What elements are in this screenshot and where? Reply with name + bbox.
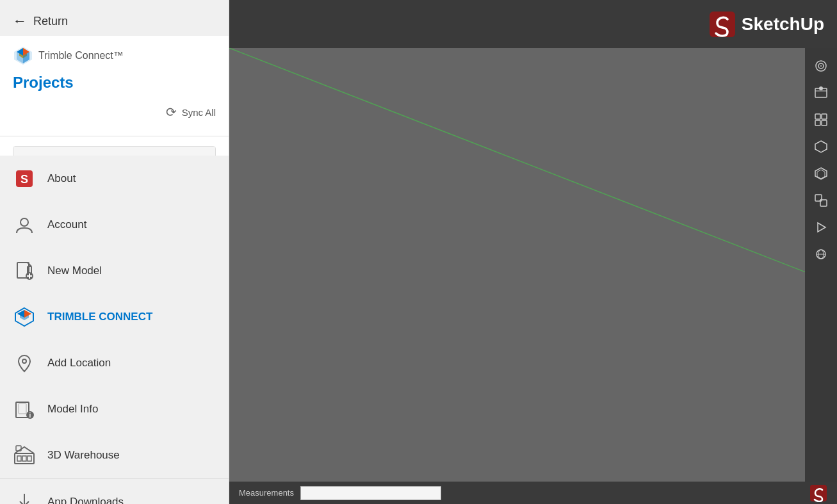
warehouse-icon [13,444,36,467]
account-label: Account [47,218,86,231]
tc-title: Projects [13,74,216,92]
download-icon [13,491,36,504]
sidebar-item-model-info[interactable]: i Model Info [0,386,229,432]
svg-point-50 [819,86,823,90]
svg-rect-65 [810,485,827,501]
right-toolbar [805,48,837,482]
svg-rect-44 [710,12,735,37]
return-button[interactable]: ← Return [0,0,229,36]
svg-marker-55 [815,141,827,152]
project-card-area: SketchUp [0,136,229,156]
viewport-grid [229,48,837,444]
sidebar-nav: S About Account [0,156,229,478]
sidebar-item-add-location[interactable]: Add Location [0,340,229,386]
app-downloads-label: App Downloads [47,496,124,504]
about-label: About [47,172,76,185]
account-icon [13,213,36,236]
tc-logo: Trimble Connect™ [13,45,216,66]
svg-line-45 [229,48,805,272]
back-arrow-icon: ← [13,13,27,29]
sync-all-button[interactable]: ⟳ Sync All [13,101,216,123]
sidebar-item-trimble-connect[interactable]: TRIMBLE CONNECT [0,294,229,340]
svg-point-48 [820,65,822,67]
svg-point-30 [22,359,26,363]
add-location-icon [13,352,36,375]
sidebar-item-new-model[interactable]: New Model [0,248,229,294]
sketchup-badge-icon [809,484,827,502]
toolbar-button-5[interactable] [808,161,834,186]
toolbar-button-3[interactable] [808,107,834,133]
svg-rect-32 [19,403,26,414]
sidebar: ← Return Trimble Connect™ Projects ⟳ Syn… [0,0,229,504]
toolbar-button-8[interactable] [808,241,834,267]
svg-text:i: i [29,412,31,419]
measurements-label: Measurements [239,488,294,498]
svg-text:S: S [20,173,28,186]
sync-all-label: Sync All [182,107,216,118]
trimble-connect-panel: Trimble Connect™ Projects ⟳ Sync All [0,36,229,136]
model-info-label: Model Info [47,403,98,416]
svg-rect-51 [815,114,820,119]
add-location-label: Add Location [47,357,111,370]
svg-point-19 [20,218,28,226]
about-icon: S [13,167,36,190]
svg-rect-53 [815,120,820,126]
sidebar-item-3d-warehouse[interactable]: 3D Warehouse [0,432,229,478]
viewport-area: SketchUp [229,0,837,504]
svg-rect-54 [822,120,827,126]
measurements-input[interactable] [300,486,441,500]
sketchup-logo: SketchUp [708,10,824,38]
model-info-icon: i [13,398,36,421]
sidebar-item-app-downloads[interactable]: App Downloads [0,479,229,504]
trimble-connect-icon [13,305,36,329]
toolbar-button-4[interactable] [808,134,834,159]
new-model-icon [13,259,36,282]
trimble-connect-label: TRIMBLE CONNECT [47,311,152,323]
sidebar-item-about[interactable]: S About [0,156,229,202]
sidebar-bottom: App Downloads [0,478,229,504]
svg-rect-38 [28,456,31,461]
sketchup-logo-icon [708,10,736,38]
svg-rect-37 [22,456,26,461]
return-label: Return [33,15,68,28]
project-card-image [13,147,215,156]
toolbar-button-1[interactable] [808,53,834,79]
toolbar-button-2[interactable] [808,80,834,106]
svg-marker-57 [817,170,825,179]
measurements-bar: Measurements [229,482,837,504]
3d-warehouse-label: 3D Warehouse [47,449,120,462]
viewport-canvas [229,48,837,482]
svg-rect-52 [822,114,827,119]
trimble-logo-icon [13,45,33,66]
svg-rect-36 [17,456,21,461]
sync-icon: ⟳ [166,104,177,120]
svg-marker-61 [818,223,825,232]
tc-logo-text: Trimble Connect™ [38,50,124,61]
viewport-header: SketchUp [229,0,837,48]
toolbar-button-6[interactable] [808,188,834,213]
project-card[interactable]: SketchUp [13,146,216,156]
toolbar-button-7[interactable] [808,215,834,240]
new-model-label: New Model [47,264,102,277]
sidebar-item-account[interactable]: Account [0,202,229,248]
sketchup-logo-text: SketchUp [742,14,824,35]
